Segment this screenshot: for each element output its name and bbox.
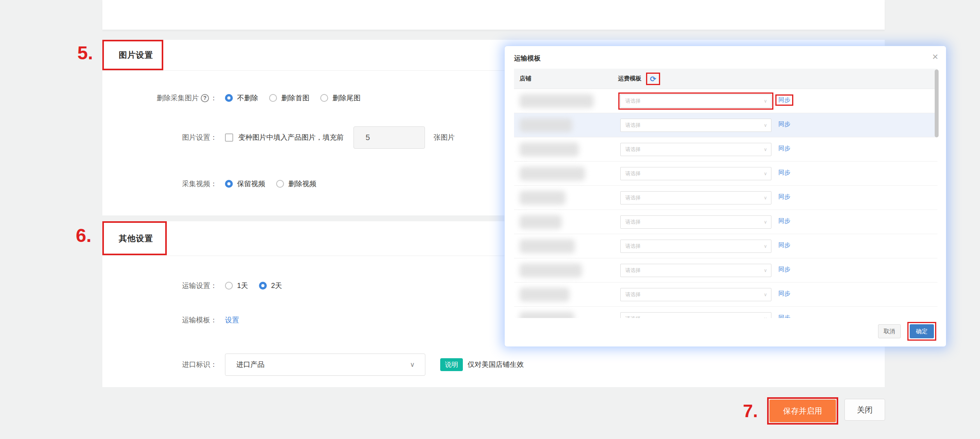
- select-placeholder: 请选择: [621, 243, 641, 250]
- shipping-fee-template-select[interactable]: 请选择 ∨: [620, 215, 771, 229]
- radio-option-delete-video[interactable]: 删除视频: [276, 179, 316, 188]
- table-row: 请选择 ∨ 同步: [514, 89, 937, 113]
- select-placeholder: 请选择: [621, 194, 641, 201]
- sync-link[interactable]: 同步: [778, 121, 790, 127]
- select-placeholder: 请选择: [621, 315, 641, 318]
- shop-table-body: 请选择 ∨ 同步 请选择 ∨ 同步 请选择 ∨ 同步: [514, 89, 937, 318]
- select-wrap: 请选择 ∨: [620, 119, 771, 132]
- select-placeholder: 请选择: [621, 291, 641, 298]
- table-row: 请选择 ∨ 同步: [514, 307, 937, 318]
- radio-option-no-delete[interactable]: 不删除: [225, 93, 258, 103]
- refresh-icon[interactable]: ⟳: [650, 75, 656, 83]
- radio-off-icon[interactable]: [320, 94, 328, 102]
- table-row: 请选择 ∨ 同步: [514, 113, 937, 137]
- scrollbar-thumb[interactable]: [935, 69, 939, 137]
- sync-wrap: 同步: [777, 289, 792, 298]
- radio-option-delete-first[interactable]: 删除首图: [269, 93, 309, 103]
- table-row: 请选择 ∨ 同步: [514, 210, 937, 234]
- sync-wrap: 同步: [777, 313, 792, 318]
- shop-name-blurred: [519, 312, 574, 318]
- annotation-box-other-settings: 其他设置: [102, 221, 167, 255]
- import-mark-value: 进口产品: [236, 360, 264, 369]
- select-placeholder: 请选择: [621, 170, 641, 177]
- sync-link[interactable]: 同步: [778, 145, 790, 151]
- radio-on-icon[interactable]: [225, 180, 233, 188]
- sync-link[interactable]: 同步: [778, 242, 790, 248]
- sync-wrap: 同步: [777, 96, 792, 105]
- fill-count-suffix: 张图片: [434, 133, 455, 142]
- shipping-template-settings-link[interactable]: 设置: [225, 315, 239, 325]
- radio-option-delete-last[interactable]: 删除尾图: [320, 93, 361, 103]
- variant-image-checkbox[interactable]: [225, 133, 233, 142]
- shop-name-blurred: [519, 94, 594, 108]
- shipping-fee-template-select[interactable]: 请选择 ∨: [620, 94, 771, 108]
- chevron-down-icon: ∨: [764, 195, 767, 201]
- other-settings-title: 其他设置: [104, 233, 153, 244]
- close-button[interactable]: 关闭: [844, 399, 885, 421]
- radio-option-1day[interactable]: 1天: [225, 281, 248, 290]
- help-icon[interactable]: ?: [201, 94, 209, 102]
- previous-section-panel: [102, 0, 885, 30]
- annotation-box-image-settings: 图片设置: [102, 40, 163, 70]
- save-and-enable-button[interactable]: 保存并启用: [769, 400, 836, 422]
- select-wrap: 请选择 ∨: [620, 143, 771, 156]
- close-icon[interactable]: ×: [932, 52, 938, 62]
- annotation-step-7: 7.: [743, 402, 758, 420]
- table-row: 请选择 ∨ 同步: [514, 283, 937, 307]
- chevron-down-icon: ∨: [764, 243, 767, 249]
- shipping-fee-template-select[interactable]: 请选择 ∨: [620, 264, 771, 277]
- shipping-fee-template-select[interactable]: 请选择 ∨: [620, 288, 771, 301]
- chevron-down-icon: ∨: [764, 123, 767, 128]
- video-label: 采集视频：: [102, 179, 217, 188]
- radio-off-icon[interactable]: [225, 282, 233, 290]
- table-row: 请选择 ∨ 同步: [514, 186, 937, 210]
- annotation-step-5: 5.: [77, 44, 93, 62]
- shipping-template-modal: 运输模板 × 店铺 运费模板 ⟳ 请选择 ∨ 同步 请选择 ∨ 同步: [505, 46, 946, 347]
- shipping-fee-template-select[interactable]: 请选择 ∨: [620, 240, 771, 253]
- column-template: 运费模板: [618, 75, 641, 82]
- radio-off-icon[interactable]: [269, 94, 277, 102]
- radio-option-keep-video[interactable]: 保留视频: [225, 179, 265, 188]
- variant-image-checkbox-label: 变种图片中填入产品图片，填充前: [238, 133, 344, 142]
- shipping-fee-template-select[interactable]: 请选择 ∨: [620, 143, 771, 156]
- ok-button[interactable]: 确定: [910, 324, 934, 338]
- shop-name-blurred: [519, 239, 575, 253]
- sync-link[interactable]: 同步: [778, 96, 790, 103]
- delete-images-label: 删除采集图片 ? ：: [102, 93, 217, 103]
- sync-link[interactable]: 同步: [778, 169, 790, 176]
- select-wrap: 请选择 ∨: [620, 288, 771, 301]
- cancel-button[interactable]: 取消: [878, 324, 901, 338]
- image-settings-title: 图片设置: [104, 50, 153, 60]
- select-wrap: 请选择 ∨: [620, 167, 771, 180]
- fill-count-input[interactable]: [353, 126, 425, 149]
- annotation-box-refresh: ⟳: [646, 73, 660, 85]
- table-row: 请选择 ∨ 同步: [514, 137, 937, 162]
- chevron-down-icon: ∨: [410, 361, 415, 369]
- sync-link[interactable]: 同步: [778, 266, 790, 272]
- sync-wrap: 同步: [777, 168, 792, 177]
- sync-link[interactable]: 同步: [778, 217, 790, 224]
- shop-name-blurred: [519, 288, 569, 302]
- sync-link[interactable]: 同步: [778, 290, 790, 297]
- select-wrap: 请选择 ∨: [620, 215, 771, 229]
- select-wrap: 请选择 ∨: [620, 240, 771, 253]
- chevron-down-icon: ∨: [764, 292, 767, 297]
- sync-link[interactable]: 同步: [778, 314, 790, 318]
- radio-option-2day[interactable]: 2天: [259, 281, 282, 290]
- shipping-fee-template-select[interactable]: 请选择 ∨: [620, 119, 771, 132]
- sync-wrap: 同步: [777, 192, 792, 201]
- radio-off-icon[interactable]: [276, 180, 284, 188]
- sync-link[interactable]: 同步: [778, 193, 790, 200]
- select-placeholder: 请选择: [621, 122, 641, 129]
- shipping-fee-template-select[interactable]: 请选择 ∨: [620, 191, 771, 204]
- select-wrap: 请选择 ∨: [620, 264, 771, 277]
- radio-on-icon[interactable]: [225, 94, 233, 102]
- shipping-fee-template-select[interactable]: 请选择 ∨: [620, 312, 771, 318]
- select-placeholder: 请选择: [621, 98, 641, 105]
- annotation-box-save: 保存并启用: [767, 397, 838, 425]
- image-setting-label: 图片设置：: [102, 133, 217, 142]
- shipping-fee-template-select[interactable]: 请选择 ∨: [620, 167, 771, 180]
- radio-on-icon[interactable]: [259, 282, 267, 290]
- import-mark-select[interactable]: 进口产品 ∨: [225, 354, 425, 376]
- sync-wrap: 同步: [777, 217, 792, 226]
